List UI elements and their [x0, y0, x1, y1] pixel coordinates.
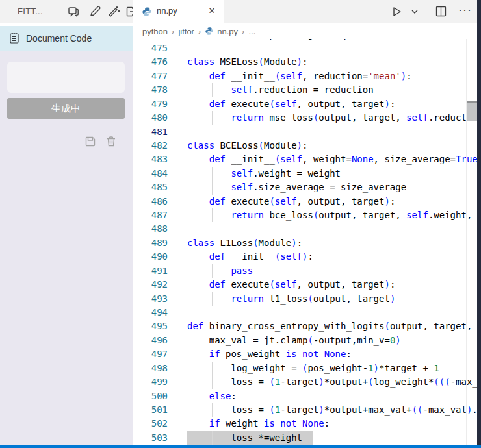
code-line[interactable]: 499 loss = (1-target)*output+(log_weight…	[133, 375, 477, 389]
generate-button[interactable]: 生成中	[7, 98, 125, 119]
comment-icon[interactable]	[67, 5, 80, 18]
code-text: def __init__(self, reduction='mean'):	[187, 69, 412, 83]
tab-label: nn.py	[157, 6, 177, 16]
code-line[interactable]: 503 loss *=weight	[133, 431, 477, 445]
breadcrumb-item-file[interactable]: nn.py	[217, 27, 238, 36]
code-line[interactable]: 502 if weight is not None:	[133, 417, 477, 430]
panel-body: 生成中	[0, 51, 133, 445]
code-text: def binary_cross_entropy_with_logits(out…	[187, 319, 477, 333]
line-number: 480	[133, 111, 168, 125]
code-line[interactable]: 475	[133, 42, 477, 55]
code-line[interactable]: 479 def execute(self, output, target):	[133, 97, 477, 111]
line-number: 494	[133, 306, 168, 319]
line-number: 477	[133, 69, 168, 83]
line-number: 486	[133, 195, 168, 208]
line-number: 498	[133, 362, 168, 375]
code-line[interactable]: 496 max_val = jt.clamp(-output,min_v=0)	[133, 334, 477, 347]
line-number: 476	[133, 55, 168, 69]
panel-title: Document Code	[26, 33, 92, 44]
breadcrumb: python › jittor › nn.py › ...	[133, 23, 477, 39]
line-number: 482	[133, 139, 168, 153]
magic-wand-icon[interactable]	[107, 5, 120, 18]
code-line[interactable]: 480 return mse_loss(output, target, self…	[133, 111, 477, 125]
code-line[interactable]: 491 pass	[133, 264, 477, 278]
code-text: class L1Loss(Module):	[187, 236, 302, 250]
editor-header: FITT...	[0, 0, 481, 23]
code-text: class BCELoss(Module):	[187, 139, 307, 153]
code-line[interactable]: 483 def __init__(self, weight=None, size…	[133, 153, 477, 166]
code-line[interactable]: 481	[133, 125, 477, 139]
code-line[interactable]: 501 loss = (1-target)*output+max_val+((-…	[133, 403, 477, 417]
scrollbar-thumb[interactable]	[467, 101, 477, 121]
code-line[interactable]: 493 return l1_loss(output, target)	[133, 292, 477, 306]
code-text: if pos_weight is not None:	[187, 347, 352, 361]
code-line[interactable]: 487 return bce_loss(output, target, self…	[133, 208, 477, 222]
line-number: 502	[133, 417, 168, 430]
code-line[interactable]: 489class L1Loss(Module):	[133, 236, 477, 250]
code-text: loss *=weight	[187, 431, 302, 445]
tab-close-icon[interactable]: ✕	[206, 5, 218, 17]
line-number: 483	[133, 153, 168, 166]
line-number: 485	[133, 180, 168, 194]
panel-action-icons	[0, 135, 133, 151]
run-button[interactable]	[390, 5, 403, 18]
prompt-input[interactable]	[7, 62, 125, 93]
code-line[interactable]: 500 else:	[133, 390, 477, 403]
line-number: 503	[133, 431, 168, 445]
breadcrumb-item-python[interactable]: python	[142, 27, 168, 36]
code-line[interactable]: 477 def __init__(self, reduction='mean')…	[133, 69, 477, 83]
line-number: 478	[133, 83, 168, 97]
line-number: 487	[133, 208, 168, 222]
code-line[interactable]: 476class MSELoss(Module):	[133, 55, 477, 69]
panel-header[interactable]: Document Code	[0, 26, 133, 51]
tab-nn-py[interactable]: nn.py ✕	[133, 0, 224, 23]
line-number: 491	[133, 264, 168, 278]
chevron-right-icon: ›	[242, 27, 244, 36]
trash-icon[interactable]	[105, 135, 118, 148]
code-line[interactable]: 494	[133, 306, 477, 319]
code-text: def execute(self, output, target):	[187, 278, 395, 292]
code-line[interactable]: 490 def __init__(self):	[133, 250, 477, 264]
edit-pencil-icon[interactable]	[88, 5, 101, 18]
right-edge-strip	[477, 0, 481, 445]
code-text: log_weight = (pos_weight-1)*target + 1	[187, 362, 439, 375]
more-actions-icon[interactable]: ···	[458, 4, 472, 16]
code-line[interactable]: 498 log_weight = (pos_weight-1)*target +…	[133, 362, 477, 375]
code-line[interactable]: 485 self.size_average = size_average	[133, 180, 477, 194]
breadcrumb-item-symbol[interactable]: ...	[248, 27, 255, 36]
line-number: 497	[133, 347, 168, 361]
line-number: 501	[133, 403, 168, 417]
code-text: return bce_loss(output, target, self.wei…	[187, 208, 477, 222]
code-line[interactable]: 478 self.reduction = reduction	[133, 83, 477, 97]
run-dropdown-chevron-icon[interactable]	[411, 8, 419, 15]
code-text: class MSELoss(Module):	[187, 55, 307, 69]
code-line[interactable]: 486 def execute(self, output, target):	[133, 195, 477, 208]
code-line[interactable]: 497 if pos_weight is not None:	[133, 347, 477, 361]
line-number: 481	[133, 125, 168, 139]
code-text: self.weight = weight	[187, 167, 341, 180]
line-number: 493	[133, 292, 168, 306]
code-text: def __init__(self, weight=None, size_ave…	[187, 153, 477, 166]
code-editor[interactable]: 474 return (output-target).sqr().reduce(…	[133, 39, 477, 445]
extension-view-title: FITT...	[18, 6, 43, 16]
code-text: max_val = jt.clamp(-output,min_v=0)	[187, 334, 401, 347]
code-line[interactable]: 495def binary_cross_entropy_with_logits(…	[133, 319, 477, 333]
code-text: self.size_average = size_average	[187, 180, 406, 194]
python-file-icon	[205, 27, 214, 36]
code-text: self.reduction = reduction	[187, 83, 374, 97]
code-text: loss = (1-target)*output+max_val+((-max_…	[187, 403, 477, 417]
python-file-icon	[142, 6, 152, 17]
code-line[interactable]: 484 self.weight = weight	[133, 167, 477, 180]
breadcrumb-item-jittor[interactable]: jittor	[178, 27, 194, 36]
save-icon[interactable]	[84, 135, 97, 148]
code-line[interactable]: 482class BCELoss(Module):	[133, 139, 477, 153]
code-text: def execute(self, output, target):	[187, 195, 395, 208]
chevron-right-icon: ›	[198, 27, 201, 36]
scrollbar-track	[466, 39, 467, 445]
line-number: 490	[133, 250, 168, 264]
line-number: 500	[133, 390, 168, 403]
code-line[interactable]: 488	[133, 222, 477, 236]
code-line[interactable]: 492 def execute(self, output, target):	[133, 278, 477, 292]
code-text: pass	[187, 264, 253, 278]
split-editor-icon[interactable]	[435, 5, 447, 18]
